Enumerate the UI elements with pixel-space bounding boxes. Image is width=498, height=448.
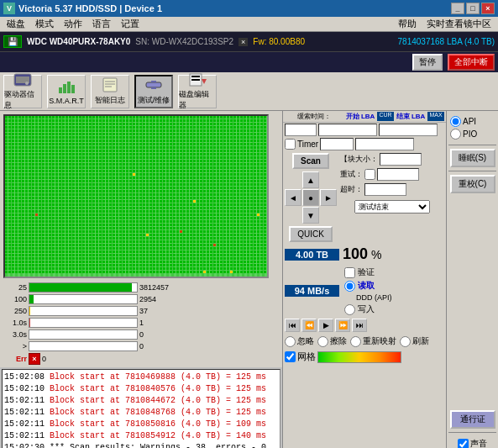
sound-checkbox[interactable] bbox=[458, 439, 469, 449]
lba-start-input[interactable]: 0 bbox=[318, 124, 377, 136]
minimize-btn[interactable]: _ bbox=[451, 3, 464, 14]
maximize-btn[interactable]: □ bbox=[466, 3, 480, 14]
log-time-2: 15:02:11 bbox=[4, 396, 45, 405]
prog-label-err: Err bbox=[3, 355, 27, 363]
nav-left[interactable]: ◄ bbox=[285, 189, 301, 206]
prog-value-1s: 1 bbox=[139, 319, 177, 327]
api-radio[interactable] bbox=[450, 116, 461, 127]
erase-radio[interactable] bbox=[317, 336, 328, 347]
prog-bar-100 bbox=[29, 294, 138, 304]
timer-label: Timer bbox=[297, 140, 318, 149]
remap-option: 重新映射 bbox=[350, 335, 396, 347]
pb-play[interactable]: ▶ bbox=[318, 319, 333, 332]
read-radio[interactable] bbox=[344, 281, 355, 292]
sound-row: 声音 bbox=[458, 438, 487, 448]
tool-icon bbox=[144, 76, 164, 93]
pause-button[interactable]: 暂停 bbox=[412, 54, 443, 71]
toolbar-test[interactable]: 测试/维修 bbox=[134, 75, 173, 108]
lba-cur-input[interactable]: 7814037167 bbox=[355, 138, 414, 150]
pb-prev[interactable]: ⏪ bbox=[301, 319, 317, 332]
log-time-5: 15:02:11 bbox=[4, 431, 45, 440]
nav-down[interactable]: ▼ bbox=[302, 207, 319, 224]
erase-option: 擦除 bbox=[317, 335, 347, 347]
log-time-6: 15:02:30 bbox=[4, 443, 45, 448]
stop-button[interactable]: 全部中断 bbox=[448, 54, 495, 71]
toolbar-smart[interactable]: S.M.A.R.T bbox=[47, 75, 86, 108]
timeout-input[interactable]: 10000 bbox=[364, 183, 406, 196]
timer-checkbox[interactable] bbox=[285, 139, 296, 150]
api-option-row: API bbox=[450, 116, 476, 127]
prog-bar-1s bbox=[29, 318, 138, 328]
block-size-label: 【块大小： bbox=[340, 154, 378, 165]
nav-center[interactable]: ● bbox=[302, 189, 319, 206]
toolbar-editor[interactable]: 磁盘编辑器 bbox=[178, 75, 217, 108]
api-label: DDD (API) bbox=[356, 293, 392, 302]
remap-radio[interactable] bbox=[350, 336, 361, 347]
svg-rect-3 bbox=[59, 87, 62, 93]
pio-radio[interactable] bbox=[450, 129, 461, 140]
divider-1 bbox=[448, 145, 496, 145]
sound-section: 声音 提示 bbox=[456, 436, 489, 448]
disk-map bbox=[3, 114, 269, 278]
device-tab-close[interactable]: × bbox=[239, 38, 248, 46]
verify-row: 验证 bbox=[344, 266, 392, 278]
prog-label-25: 25 bbox=[3, 283, 27, 292]
ignore-radio[interactable] bbox=[285, 336, 296, 347]
reboot-button[interactable]: 重校(C) bbox=[450, 175, 495, 193]
nav-up[interactable]: ▲ bbox=[302, 171, 319, 188]
pb-end[interactable]: ⏭ bbox=[352, 319, 367, 332]
scan-right-controls: 【块大小： 2048 重试： 0 超时： 10000 测试结束 bbox=[340, 153, 444, 213]
ignore-label: 忽略 bbox=[297, 335, 314, 347]
block-size-input[interactable]: 2048 bbox=[380, 153, 422, 166]
menu-language[interactable]: 语言 bbox=[87, 17, 116, 31]
sleep-button[interactable]: 睡眠(S) bbox=[450, 149, 495, 167]
progress-row-250: 250 37 bbox=[3, 306, 279, 316]
prog-bar-250 bbox=[29, 306, 138, 316]
device-fw: Fw: 80.00B80 bbox=[253, 37, 305, 46]
pass-button[interactable]: 通行证 bbox=[450, 410, 495, 429]
menu-settings[interactable]: 记置 bbox=[116, 17, 144, 31]
prog-label-3s: 3.0s bbox=[3, 330, 27, 339]
retry-checkbox[interactable] bbox=[364, 169, 375, 180]
lba-headers: 缓索时间： 开始 LBA CUR 结束 LBA MAX bbox=[283, 111, 446, 123]
toolbar-log[interactable]: 智能日志 bbox=[91, 75, 129, 108]
pb-start[interactable]: ⏮ bbox=[285, 319, 300, 332]
retry-input[interactable]: 0 bbox=[377, 168, 419, 181]
divider-2 bbox=[448, 171, 496, 171]
time-input[interactable]: 12:00 bbox=[285, 124, 317, 136]
prog-value-100: 2954 bbox=[139, 295, 177, 303]
refresh-radio[interactable] bbox=[400, 336, 411, 347]
progress-row-25: 25 3812457 bbox=[3, 282, 279, 293]
network-checkbox[interactable] bbox=[285, 351, 296, 362]
menu-action[interactable]: 动作 bbox=[59, 17, 87, 31]
nav-right[interactable]: ► bbox=[320, 189, 337, 206]
result-select[interactable]: 测试结束 bbox=[354, 200, 430, 213]
sound-label: 声音 bbox=[470, 438, 487, 448]
pct-value: 100 bbox=[343, 245, 368, 263]
close-btn[interactable]: × bbox=[481, 3, 495, 14]
toolbar-drive-info[interactable]: 驱动器信息 bbox=[3, 75, 42, 108]
menu-help[interactable]: 帮助 bbox=[393, 17, 422, 31]
toolbar-test-label: 测试/维修 bbox=[138, 95, 170, 106]
quick-button[interactable]: QUICK bbox=[289, 226, 333, 242]
menu-disk[interactable]: 磁盘 bbox=[2, 17, 30, 31]
retry-row: 重试： 0 bbox=[340, 168, 444, 181]
verify-label: 验证 bbox=[358, 266, 375, 278]
network-row: 网格 bbox=[283, 349, 446, 365]
size-badge: 4.00 TB bbox=[285, 249, 339, 261]
write-radio[interactable] bbox=[344, 304, 355, 315]
timeout-label: 超时： bbox=[340, 184, 363, 195]
verify-checkbox[interactable] bbox=[344, 267, 355, 278]
toolbar-smart-label: S.M.A.R.T bbox=[49, 97, 84, 105]
read-row: 读取 bbox=[344, 280, 392, 292]
scan-button[interactable]: Scan bbox=[292, 153, 329, 169]
menu-mode[interactable]: 模式 bbox=[30, 17, 59, 31]
timer-input[interactable]: 0 bbox=[320, 138, 354, 150]
divider-3 bbox=[448, 432, 496, 433]
log-line-3: 15:02:11 Block start at 7810848768 (4.0 … bbox=[4, 407, 278, 419]
time-row: 12:00 0 7814037167 bbox=[283, 123, 446, 137]
log-msg-6: *** Scan results: Warnings - 38, errors … bbox=[4, 443, 271, 448]
lba-end-input[interactable]: 7814037167 bbox=[379, 124, 438, 136]
pb-next[interactable]: ⏩ bbox=[335, 319, 350, 332]
menu-realtime[interactable]: 实时查看镜中区 bbox=[422, 17, 496, 31]
